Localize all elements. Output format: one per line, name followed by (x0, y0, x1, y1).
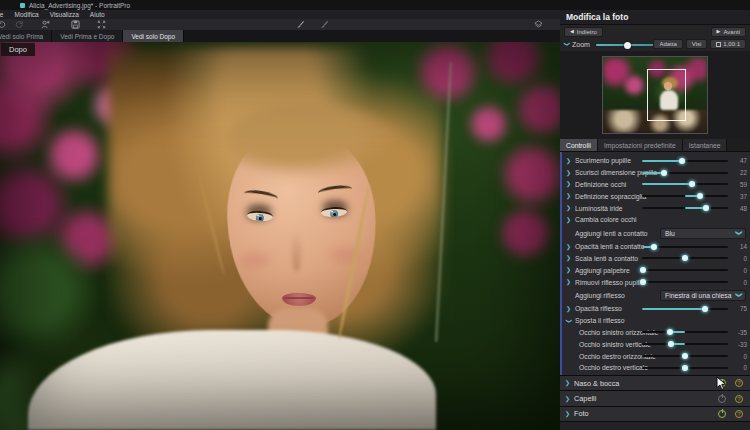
chevron-right-icon[interactable]: ❯ (566, 244, 571, 250)
section-capelli[interactable]: ❯Capelli? (560, 390, 750, 405)
power-toggle-icon[interactable] (718, 395, 726, 403)
dropdown-aggiungi-lenti-a-contatto[interactable]: Blu❯ (660, 228, 746, 239)
slider-handle[interactable] (661, 170, 667, 176)
slider-track[interactable] (642, 355, 728, 357)
slider-track[interactable] (642, 207, 728, 209)
chevron-right-icon[interactable]: ❯ (566, 267, 571, 273)
slider-track[interactable] (642, 257, 728, 259)
slider-track[interactable] (642, 281, 728, 283)
slider-value: 0 (730, 279, 747, 286)
chevron-right-icon[interactable]: ❯ (566, 279, 571, 285)
view-tab-vedi-solo-prima[interactable]: Vedi solo Prima (0, 30, 52, 42)
chevron-right-icon[interactable]: ❯ (566, 170, 571, 176)
chevron-down-icon[interactable]: ❯ (566, 318, 572, 323)
slider-track[interactable] (642, 343, 728, 345)
fit-button-label: Adatta (659, 41, 676, 47)
chevron-down-icon[interactable]: ❯ (564, 41, 570, 46)
menu-visualizza[interactable]: Visualizza (50, 11, 79, 18)
view-tabs: Vedi solo PrimaVedi Prima e DopoVedi sol… (0, 30, 560, 42)
menu-modifica[interactable]: Modifica (14, 11, 38, 18)
power-toggle-icon[interactable] (718, 410, 726, 418)
thumb-crop-rect[interactable] (647, 69, 687, 121)
slider-value: 0 (730, 353, 747, 360)
faces-button[interactable]: Visi (686, 39, 708, 49)
after-label: Dopo (1, 43, 35, 56)
slider-handle[interactable] (667, 329, 673, 335)
fullscreen-icon[interactable] (97, 20, 106, 29)
tab-istantanee[interactable]: Istantanee (683, 139, 728, 151)
help-icon[interactable]: ? (735, 395, 743, 403)
panel-footer (560, 421, 750, 430)
slider-handle[interactable] (682, 365, 688, 371)
zoom-ratio[interactable]: 1,00:1 (710, 39, 746, 49)
layers-icon[interactable] (534, 20, 543, 29)
zoom-slider[interactable] (596, 44, 662, 46)
menu-file[interactable]: File (0, 11, 3, 18)
navigator-thumbnail[interactable] (602, 56, 708, 134)
back-button[interactable]: ◀ Indietro (564, 27, 603, 37)
dropdown-aggiungi-riflesso[interactable]: Finestra di una chiesa❯ (660, 290, 746, 301)
section-header-sposta-il-riflesso[interactable]: ❯Sposta il riflesso (562, 315, 750, 327)
slider-handle[interactable] (697, 193, 703, 199)
tab-impostazioni-predefinite[interactable]: Impostazioni predefinite (598, 139, 683, 151)
control-label: Occhio sinistro verticale (579, 341, 651, 348)
chevron-right-icon[interactable]: ❯ (566, 181, 571, 187)
control-label: Occhio destro verticale (579, 364, 648, 371)
photo-canvas[interactable]: Dopo (0, 42, 560, 430)
slider-handle[interactable] (702, 306, 708, 312)
chevron-right-icon[interactable]: ❯ (565, 396, 570, 402)
restore-brush-icon[interactable] (320, 20, 329, 29)
slider-handle[interactable] (703, 205, 709, 211)
section-label: Naso & bocca (574, 379, 619, 388)
control-opacit-lenti-a-contatto: ❯Opacità lenti a contatto14 (562, 241, 750, 253)
view-tab-vedi-prima-e-dopo[interactable]: Vedi Prima e Dopo (52, 30, 123, 42)
forward-button-label: Avanti (723, 29, 740, 35)
slider-track[interactable] (642, 172, 728, 174)
slider-handle[interactable] (682, 255, 688, 261)
section-header-cambia-colore-occhi[interactable]: ❯Cambia colore occhi (562, 214, 750, 226)
chevron-right-icon[interactable]: ❯ (565, 411, 570, 417)
view-tab-vedi-solo-dopo[interactable]: Vedi solo Dopo (123, 30, 184, 42)
slider-handle[interactable] (679, 158, 685, 164)
fit-button[interactable]: Adatta (653, 39, 682, 49)
chevron-right-icon[interactable]: ❯ (565, 380, 570, 386)
chevron-right-icon[interactable]: ❯ (566, 255, 571, 261)
control-aggiungi-riflesso: Aggiungi riflessoFinestra di una chiesa❯ (562, 288, 750, 303)
chevron-right-icon[interactable]: ❯ (566, 217, 571, 223)
add-face-icon[interactable] (41, 20, 50, 29)
control-label: Definizione occhi (575, 181, 626, 188)
chevron-right-icon[interactable]: ❯ (566, 158, 571, 164)
chevron-right-icon[interactable]: ❯ (566, 205, 571, 211)
help-icon[interactable]: ? (735, 410, 743, 418)
redo-icon[interactable] (15, 20, 24, 29)
slider-track[interactable] (642, 183, 728, 185)
slider-track[interactable] (642, 160, 728, 162)
slider-handle[interactable] (640, 279, 646, 285)
forward-button[interactable]: ▶ Avanti (711, 27, 746, 37)
chevron-right-icon[interactable]: ❯ (566, 306, 571, 312)
slider-track[interactable] (642, 195, 728, 197)
control-label: Aggiungi palpebre (575, 267, 630, 274)
slider-handle[interactable] (682, 353, 688, 359)
tab-controlli[interactable]: Controlli (560, 139, 598, 151)
slider-track[interactable] (642, 367, 728, 369)
save-icon[interactable] (71, 20, 80, 29)
undo-icon[interactable] (0, 20, 6, 29)
slider-track[interactable] (642, 308, 728, 310)
section-foto[interactable]: ❯Foto? (560, 406, 750, 421)
slider-handle[interactable] (668, 341, 674, 347)
controls-list: ❯Scurimento pupille47❯Scurisci dimension… (560, 152, 750, 375)
brush-icon[interactable] (296, 20, 305, 29)
chevron-right-icon[interactable]: ❯ (566, 193, 571, 199)
zoom-slider-handle[interactable] (624, 42, 631, 49)
chevron-down-icon: ❯ (734, 293, 742, 298)
help-icon[interactable]: ? (735, 379, 743, 387)
menu-aiuto[interactable]: Aiuto (90, 11, 105, 18)
control-label: Rimuovi riflesso pupilla (575, 279, 645, 286)
slider-handle[interactable] (651, 244, 657, 250)
title-bar: Alicia_Advertising.jpg* - PortraitPro (0, 0, 750, 10)
slider-track[interactable] (642, 269, 728, 271)
slider-track[interactable] (642, 246, 728, 248)
slider-handle[interactable] (640, 267, 646, 273)
slider-handle[interactable] (689, 181, 695, 187)
